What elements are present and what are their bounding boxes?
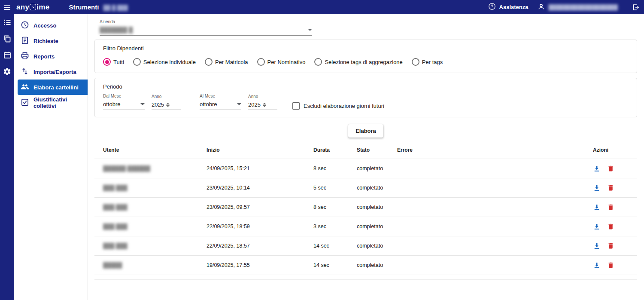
download-icon[interactable] (593, 184, 601, 192)
radio-icon[interactable] (133, 58, 141, 66)
number-stepper[interactable] (263, 103, 266, 107)
download-icon[interactable] (593, 261, 601, 269)
sidebar-item-richieste[interactable]: Richieste (14, 33, 88, 49)
help-icon (488, 3, 496, 12)
sidebar-item-accesso[interactable]: Accesso (14, 18, 88, 33)
radio-option-label: Selezione individuale (143, 59, 196, 65)
dal-mese-field: Dal Mese ottobre (103, 94, 145, 110)
cell-inizio: 23/09/2025, 09:57 (198, 198, 305, 217)
radio-option[interactable]: Selezione tags di aggregazione (314, 58, 402, 66)
cell-inizio: 23/09/2025, 10:14 (198, 178, 305, 198)
escludi-label: Escludi elaborazione giorni futuri (304, 103, 384, 109)
cell-errore (389, 198, 584, 217)
chevron-down-icon (237, 103, 241, 105)
delete-icon[interactable] (607, 261, 614, 269)
settings-gear-icon[interactable] (1, 65, 13, 77)
cell-inizio: 19/09/2025, 17:55 (198, 256, 305, 275)
cell-utente: ███ ███ (94, 178, 198, 198)
azienda-value: ███████ █ (100, 27, 133, 33)
download-icon[interactable] (593, 223, 601, 230)
calendar-icon[interactable] (1, 49, 13, 61)
assistance-button[interactable]: Assistenza (488, 3, 529, 12)
table-row: ███ ███ 23/09/2025, 09:57 8 sec completa… (94, 198, 637, 217)
cell-inizio: 22/09/2025, 18:59 (198, 217, 305, 236)
radio-option[interactable]: Per tags (412, 58, 443, 66)
sidebar-item-reports[interactable]: Reports (14, 49, 88, 64)
user-menu[interactable]: ███████████████████ (538, 3, 618, 12)
sidebar-item-label: Accesso (33, 22, 56, 29)
download-icon[interactable] (593, 203, 601, 211)
table-bottom-divider (94, 279, 637, 279)
filtro-title: Filtro Dipendenti (103, 45, 629, 52)
filtro-dipendenti-card: Filtro Dipendenti Tutti Selezione indivi… (94, 40, 637, 73)
table-row: ███ ███ 22/09/2025, 18:57 14 sec complet… (94, 236, 637, 256)
elabora-button[interactable]: Elabora (348, 124, 383, 138)
stepper-up-icon[interactable] (263, 103, 266, 104)
delete-icon[interactable] (607, 242, 614, 250)
cell-azioni (584, 256, 637, 275)
anno-a-label: Anno (248, 94, 277, 99)
dal-mese-select[interactable]: ottobre (103, 101, 145, 110)
radio-option-label: Tutti (113, 59, 124, 65)
al-mese-select[interactable]: ottobre (200, 101, 241, 110)
radio-option-label: Per Nominativo (267, 59, 306, 65)
cell-errore (389, 178, 584, 198)
periodo-title: Periodo (103, 83, 629, 90)
radio-option[interactable]: Selezione individuale (133, 58, 196, 66)
col-header-azioni: Azioni (584, 144, 637, 159)
cell-durata: 8 sec (305, 159, 348, 178)
delete-icon[interactable] (607, 184, 614, 192)
sidebar-item-elabora-cartellini[interactable]: Elabora cartellini (18, 80, 88, 95)
radio-option[interactable]: Per Matricola (205, 58, 248, 66)
anno-da-input[interactable]: 2025 (152, 101, 164, 108)
escludi-checkbox[interactable] (292, 102, 300, 110)
anno-a-input[interactable]: 2025 (248, 101, 261, 108)
radio-icon[interactable] (103, 58, 111, 66)
app-logo: any ime (16, 3, 49, 12)
download-icon[interactable] (593, 165, 601, 172)
radio-icon[interactable] (205, 58, 213, 66)
top-bar: any ime Strumenti ██ █ ███ Assistenza (0, 0, 644, 14)
cell-utente: ███ ███ (94, 217, 198, 236)
cell-stato: completato (348, 217, 389, 236)
cell-azioni (584, 217, 637, 236)
table-row: ███ ███ 23/09/2025, 10:14 5 sec completa… (94, 178, 637, 198)
table-row: ██████ ██████ 24/09/2025, 15:21 8 sec co… (94, 159, 637, 178)
list-icon[interactable] (1, 16, 13, 28)
main-content: Azienda ███████ █ Filtro Dipendenti Tutt… (88, 14, 644, 300)
radio-icon[interactable] (257, 58, 265, 66)
import-export-icon (21, 67, 29, 77)
logout-icon[interactable] (632, 3, 640, 11)
download-icon[interactable] (593, 242, 601, 250)
al-mese-value: ottobre (200, 101, 217, 107)
copy-icon[interactable] (1, 33, 13, 45)
delete-icon[interactable] (607, 223, 614, 230)
stepper-up-icon[interactable] (166, 103, 170, 104)
hamburger-menu-icon[interactable] (0, 0, 14, 14)
cell-azioni (584, 198, 637, 217)
sidebar-item-giustificativi-collettivi[interactable]: Giustificativi collettivi (14, 95, 88, 110)
cell-azioni (584, 178, 637, 198)
cell-durata: 8 sec (305, 198, 348, 217)
stepper-down-icon[interactable] (263, 105, 266, 107)
radio-icon[interactable] (314, 58, 322, 66)
radio-option[interactable]: Tutti (103, 58, 124, 66)
cell-azioni (584, 236, 637, 256)
radio-option[interactable]: Per Nominativo (257, 58, 306, 66)
cell-utente: ███ ███ (94, 236, 198, 256)
app-window: any ime Strumenti ██ █ ███ Assistenza (0, 0, 644, 300)
azienda-label: Azienda (100, 19, 312, 24)
sidebar-item-importa-esporta[interactable]: Importa/Esporta (14, 64, 88, 80)
col-header-errore: Errore (389, 144, 584, 159)
al-mese-label: Al Mese (200, 94, 241, 98)
number-stepper[interactable] (166, 103, 170, 107)
stepper-down-icon[interactable] (166, 105, 170, 107)
azienda-select[interactable]: ███████ █ (100, 27, 312, 36)
radio-icon[interactable] (412, 58, 419, 66)
delete-icon[interactable] (607, 165, 614, 172)
col-header-inizio: Inizio (198, 144, 305, 159)
page-title-badge: ██ █ ███ (103, 5, 128, 11)
escludi-checkbox-row[interactable]: Escludi elaborazione giorni futuri (292, 102, 384, 110)
table-row: █████ 19/09/2025, 17:55 14 sec completat… (94, 256, 637, 275)
delete-icon[interactable] (607, 203, 614, 211)
